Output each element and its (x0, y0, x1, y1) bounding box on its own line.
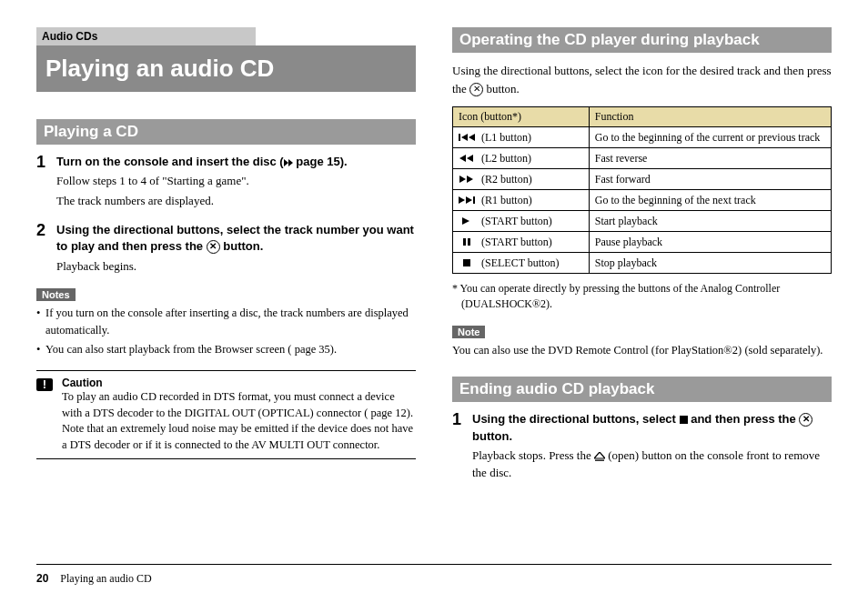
step-heading: Using the directional buttons, select an… (472, 411, 832, 444)
playback-icon-table: Icon (button*) Function (L1 button) Go t… (452, 106, 832, 274)
fast-reverse-icon (459, 151, 479, 165)
table-row: (L1 button) Go to the beginning of the c… (453, 127, 832, 148)
prev-track-icon (459, 130, 479, 144)
x-button-icon: ✕ (207, 240, 220, 254)
table-row: (START button) Start playback (453, 211, 832, 232)
svg-marker-3 (461, 134, 468, 141)
table-row: (START button) Pause playback (453, 232, 832, 253)
step-1-ending: 1 Using the directional buttons, select … (452, 411, 832, 481)
ref-arrow-icon (284, 159, 293, 166)
svg-marker-10 (466, 196, 472, 204)
right-column: Operating the CD player during playback … (452, 27, 832, 537)
table-header-icon: Icon (button*) (453, 107, 590, 127)
svg-marker-5 (459, 155, 466, 162)
step-heading: Turn on the console and insert the disc … (56, 154, 416, 170)
table-header-function: Function (589, 107, 831, 127)
step-text: Follow steps 1 to 4 of "Starting a game"… (56, 172, 416, 190)
step-heading: Using the directional buttons, select th… (56, 222, 416, 255)
svg-rect-2 (459, 134, 460, 141)
svg-marker-0 (284, 159, 288, 166)
page-footer: 20 Playing an audio CD (36, 565, 832, 586)
svg-marker-4 (469, 134, 475, 141)
step-text: Playback begins. (56, 257, 416, 276)
left-column: Audio CDs Playing an audio CD Playing a … (36, 27, 416, 537)
x-button-icon: ✕ (469, 83, 483, 96)
table-row: (R2 button) Fast forward (453, 169, 832, 190)
step-1: 1 Turn on the console and insert the dis… (36, 154, 416, 209)
fast-forward-icon (459, 172, 479, 186)
table-footnote: * You can operate directly by pressing t… (452, 281, 832, 312)
main-title: Playing an audio CD (36, 45, 416, 92)
notes-list: If you turn on the console after inserti… (36, 305, 416, 357)
svg-rect-14 (468, 238, 470, 246)
note-item: You can also start playback from the Bro… (36, 341, 416, 358)
svg-marker-6 (467, 155, 473, 162)
section-intro: Using the directional buttons, select th… (452, 62, 832, 97)
caution-block: ! Caution To play an audio CD recorded i… (36, 370, 416, 459)
page-content: Audio CDs Playing an audio CD Playing a … (36, 27, 832, 565)
step-number: 2 (36, 222, 49, 275)
table-row: (L2 button) Fast reverse (453, 148, 832, 169)
notes-label: Notes (36, 288, 76, 301)
pause-icon (459, 235, 479, 248)
svg-rect-13 (463, 238, 466, 246)
play-icon (459, 214, 479, 227)
caution-text: To play an audio CD recorded in DTS form… (62, 389, 416, 453)
step-text: The track numbers are displayed. (56, 192, 416, 210)
table-row: (R1 button) Go to the beginning of the n… (453, 190, 832, 211)
step-text: Playback stops. Press the (open) button … (472, 447, 832, 482)
step-number: 1 (36, 154, 49, 209)
table-row: (SELECT button) Stop playback (453, 253, 832, 274)
footer-title: Playing an audio CD (60, 572, 151, 585)
step-2: 2 Using the directional buttons, select … (36, 222, 416, 275)
svg-marker-8 (467, 176, 473, 183)
svg-rect-15 (463, 259, 470, 266)
section-operating-cd: Operating the CD player during playback (452, 27, 832, 53)
svg-marker-12 (462, 217, 469, 225)
svg-marker-17 (594, 452, 605, 458)
next-track-icon (459, 193, 479, 206)
x-button-icon: ✕ (799, 413, 812, 427)
stop-icon (680, 416, 688, 424)
page-number: 20 (36, 572, 48, 585)
caution-icon: ! (36, 378, 53, 391)
section-playing-a-cd: Playing a CD (36, 119, 416, 145)
note-label: Note (452, 326, 485, 338)
svg-marker-7 (459, 176, 466, 183)
svg-rect-16 (680, 416, 688, 424)
eject-icon (594, 452, 605, 461)
svg-marker-9 (459, 196, 465, 204)
chapter-label: Audio CDs (36, 27, 256, 45)
section-ending-playback: Ending audio CD playback (452, 377, 832, 402)
caution-title: Caution (62, 377, 416, 389)
note-body: You can also use the DVD Remote Control … (452, 342, 832, 359)
step-number: 1 (452, 411, 465, 481)
stop-icon (459, 256, 479, 269)
svg-rect-18 (595, 459, 604, 460)
note-item: If you turn on the console after inserti… (36, 305, 416, 339)
svg-rect-11 (473, 196, 475, 204)
